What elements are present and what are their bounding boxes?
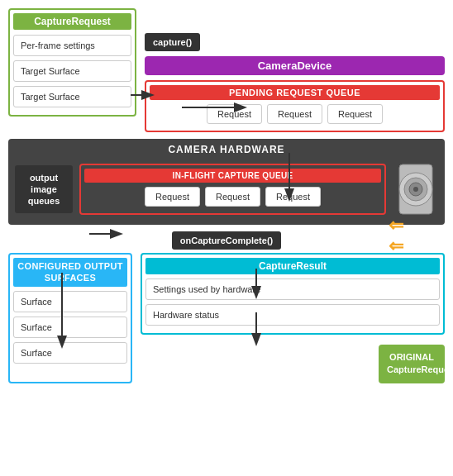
inflight-queue-items: Request Request Request xyxy=(84,187,381,210)
pending-queue-item-0: Request xyxy=(207,104,262,124)
capture-result-box: CaptureResult Settings used by hardware … xyxy=(141,253,445,335)
pending-queue-box: PENDING REQUEST QUEUE Request Request Re… xyxy=(145,80,445,132)
capture-request-item-2: Target Surface xyxy=(13,86,131,107)
camera-device-title: CameraDevice xyxy=(145,56,445,75)
svg-point-13 xyxy=(413,187,418,192)
on-capture-complete-area: onCaptureComplete() xyxy=(0,231,453,250)
inflight-queue-item-2: Request xyxy=(265,187,321,207)
inflight-queue-box: IN-FLIGHT CAPTURE QUEUE Request Request … xyxy=(79,164,386,215)
capture-result-title: CaptureResult xyxy=(145,258,440,274)
result-item-1: Hardware status xyxy=(145,304,440,326)
capture-call-button[interactable]: capture() xyxy=(145,33,200,51)
pending-queue-item-1: Request xyxy=(267,104,322,124)
capture-request-item-0: Per-frame settings xyxy=(13,35,131,56)
configured-surfaces-box: CONFIGURED OUTPUT SURFACES Surface Surfa… xyxy=(8,253,132,383)
bottom-section: CONFIGURED OUTPUT SURFACES Surface Surfa… xyxy=(0,253,453,383)
capture-result-area: CaptureResult Settings used by hardware … xyxy=(141,253,445,383)
capture-request-title: CaptureRequest xyxy=(13,13,131,30)
surface-item-2: Surface xyxy=(13,342,127,364)
camera-hardware-title: CAMERA HARDWARE xyxy=(15,144,438,155)
capture-request-item-1: Target Surface xyxy=(13,60,131,82)
result-item-0: Settings used by hardware xyxy=(145,278,440,300)
output-image-queues-label: output image queues xyxy=(15,165,73,214)
pending-queue-item-2: Request xyxy=(327,104,383,124)
pending-queue-items: Request Request Request xyxy=(150,104,440,127)
inflight-queue-item-0: Request xyxy=(145,187,200,207)
inflight-queue-item-1: Request xyxy=(205,187,260,207)
on-capture-complete-button: onCaptureComplete() xyxy=(172,231,281,250)
original-capture-request-button: ORIGINAL CaptureRequest xyxy=(379,345,445,383)
pending-queue-title: PENDING REQUEST QUEUE xyxy=(150,85,440,100)
camera-hardware-section: CAMERA HARDWARE output image queues IN-F… xyxy=(8,139,445,225)
inflight-queue-title: IN-FLIGHT CAPTURE QUEUE xyxy=(84,169,381,183)
camera-lens-graphic xyxy=(393,160,438,218)
surface-item-0: Surface xyxy=(13,291,127,312)
configured-surfaces-title: CONFIGURED OUTPUT SURFACES xyxy=(13,258,127,287)
capture-request-box: CaptureRequest Per-frame settings Target… xyxy=(8,8,136,117)
surface-item-1: Surface xyxy=(13,317,127,338)
